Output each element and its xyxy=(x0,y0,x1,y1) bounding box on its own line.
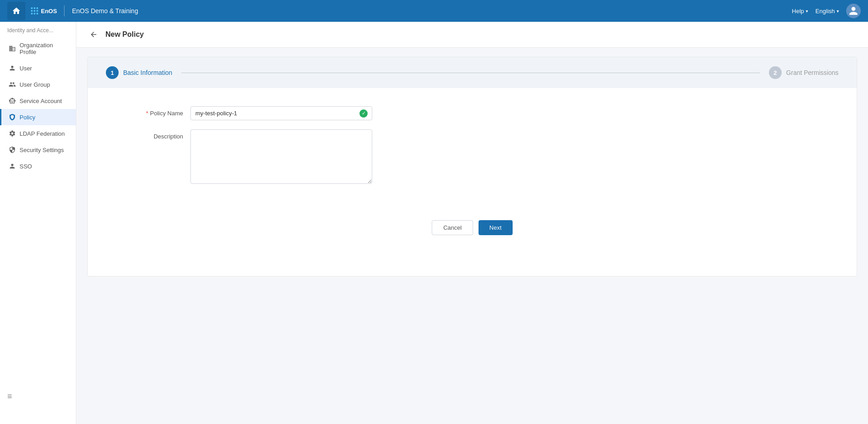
sidebar-item-service-account[interactable]: Service Account xyxy=(0,93,76,109)
sidebar-item-sso[interactable]: SSO xyxy=(0,158,76,174)
sidebar-item-user[interactable]: User xyxy=(0,60,76,76)
ldap-icon xyxy=(9,130,16,137)
form-footer: Cancel Next xyxy=(124,220,820,244)
sidebar-collapse-button[interactable]: ≡ xyxy=(0,387,76,406)
description-row: Description xyxy=(124,129,820,184)
policy-name-input-wrap: ✓ xyxy=(190,106,372,120)
step-2: 2 Grant Permissions xyxy=(769,66,838,79)
help-button[interactable]: Help ▾ xyxy=(792,8,808,15)
step-1-label: Basic Information xyxy=(123,69,172,76)
enos-dots-icon xyxy=(31,7,39,15)
top-nav: EnOS EnOS Demo & Training Help ▾ English… xyxy=(0,0,868,22)
policy-name-row: * Policy Name ✓ xyxy=(124,106,820,120)
description-label: Description xyxy=(124,129,183,140)
sidebar-item-ldap-federation[interactable]: LDAP Federation xyxy=(0,125,76,142)
cancel-button[interactable]: Cancel xyxy=(432,220,473,235)
sidebar-label-security-settings: Security Settings xyxy=(20,147,64,153)
page-title: New Policy xyxy=(105,30,144,39)
policy-icon xyxy=(9,113,16,121)
step-line xyxy=(181,73,760,73)
sidebar-item-security-settings[interactable]: Security Settings xyxy=(0,142,76,158)
users-icon xyxy=(9,81,16,88)
required-mark: * xyxy=(146,110,148,117)
sidebar-item-policy[interactable]: Policy xyxy=(0,109,76,125)
main-layout: Identity and Acce... Organization Profil… xyxy=(0,22,868,424)
content-area: New Policy 1 Basic Information 2 Grant P… xyxy=(76,22,868,424)
description-textarea[interactable] xyxy=(190,129,372,184)
app-title: EnOS Demo & Training xyxy=(72,7,138,15)
sidebar-label-ldap-federation: LDAP Federation xyxy=(20,130,65,137)
home-button[interactable] xyxy=(7,2,25,20)
user-icon xyxy=(9,64,16,72)
nav-right-area: Help ▾ English ▾ xyxy=(792,4,861,18)
page-header: New Policy xyxy=(76,22,868,48)
sidebar-item-user-group[interactable]: User Group xyxy=(0,76,76,93)
form-container: 1 Basic Information 2 Grant Permissions … xyxy=(87,57,857,276)
valid-check-icon: ✓ xyxy=(359,109,368,118)
policy-name-input[interactable] xyxy=(190,106,372,120)
sidebar-label-policy: Policy xyxy=(20,114,35,121)
form-body: * Policy Name ✓ Description Cancel xyxy=(88,88,857,262)
sidebar-label-user: User xyxy=(20,65,32,72)
logo-area: EnOS xyxy=(31,7,57,15)
step-2-circle: 2 xyxy=(769,66,782,79)
logo-text: EnOS xyxy=(41,8,57,15)
steps-bar: 1 Basic Information 2 Grant Permissions xyxy=(88,57,857,88)
help-chevron-icon: ▾ xyxy=(806,9,808,14)
building-icon xyxy=(9,45,16,52)
language-button[interactable]: English ▾ xyxy=(815,8,839,15)
nav-divider xyxy=(64,5,65,16)
step-2-label: Grant Permissions xyxy=(786,69,838,76)
back-button[interactable] xyxy=(87,28,100,41)
sidebar-header: Identity and Acce... xyxy=(0,22,76,37)
avatar[interactable] xyxy=(846,4,861,18)
step-1: 1 Basic Information xyxy=(106,66,172,79)
sidebar: Identity and Acce... Organization Profil… xyxy=(0,22,76,424)
sidebar-label-org-profile: Organization Profile xyxy=(20,42,69,55)
shield-icon xyxy=(9,146,16,153)
sidebar-label-sso: SSO xyxy=(20,163,32,170)
next-button[interactable]: Next xyxy=(479,220,513,235)
sidebar-label-user-group: User Group xyxy=(20,81,50,88)
sidebar-label-service-account: Service Account xyxy=(20,98,62,104)
service-icon xyxy=(9,97,16,104)
lang-chevron-icon: ▾ xyxy=(837,9,839,14)
sidebar-item-org-profile[interactable]: Organization Profile xyxy=(0,37,76,60)
step-1-circle: 1 xyxy=(106,66,119,79)
policy-name-label: * Policy Name xyxy=(124,106,183,117)
sso-icon xyxy=(9,163,16,170)
